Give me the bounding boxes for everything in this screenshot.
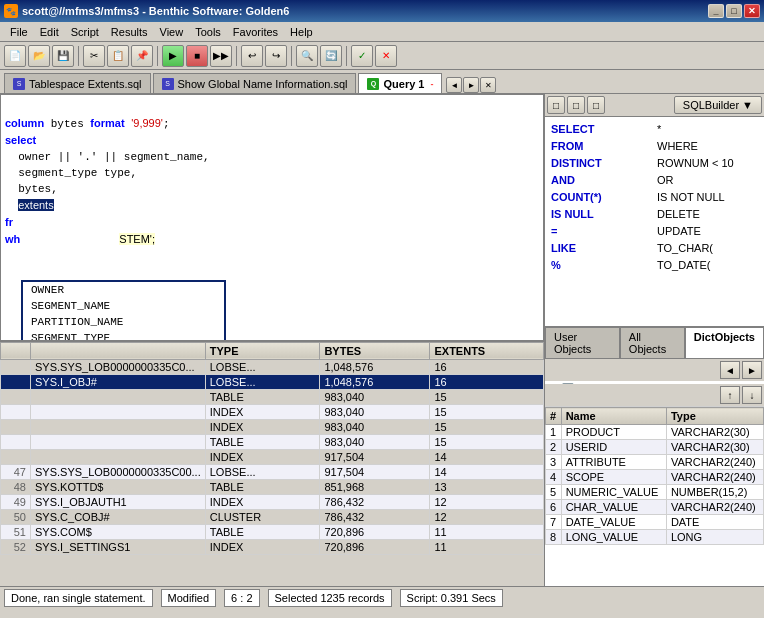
col-bytes[interactable]: BYTES <box>320 342 430 359</box>
row-47-name: SYS.SYS_LOB0000000335C00... <box>31 464 206 479</box>
toolbar-sep-2 <box>157 46 158 66</box>
minimize-button[interactable]: _ <box>708 4 724 18</box>
autocomplete-item-segment-type[interactable]: SEGMENT_TYPE <box>23 330 224 341</box>
table-row: INDEX 983,040 15 <box>1 419 544 434</box>
stop-btn[interactable]: ■ <box>186 45 208 67</box>
status-script-time: Script: 0.391 Secs <box>400 589 503 607</box>
menu-favorites[interactable]: Favorites <box>227 24 284 40</box>
tab-user-objects[interactable]: User Objects <box>545 327 620 358</box>
toolbar-sep-3 <box>236 46 237 66</box>
redo-btn[interactable]: ↪ <box>265 45 287 67</box>
data-grid[interactable]: TYPE BYTES EXTENTS SYS.SYS_LOB0000000335… <box>0 341 544 587</box>
menu-tools[interactable]: Tools <box>189 24 227 40</box>
sq-count-kw[interactable]: COUNT(*) <box>549 189 654 205</box>
sq-isnull-kw[interactable]: IS NULL <box>549 206 654 222</box>
right-panel-btn-3[interactable]: □ <box>587 96 605 114</box>
right-panel-btn-2[interactable]: □ <box>567 96 585 114</box>
tree-nav-up[interactable]: ↑ <box>720 386 740 404</box>
tree-nav-down[interactable]: ↓ <box>742 386 762 404</box>
sq-like-kw[interactable]: LIKE <box>549 240 654 256</box>
rollback-btn[interactable]: ✕ <box>375 45 397 67</box>
sq-select-val[interactable]: * <box>655 121 760 137</box>
tab-icon-sql-1: S <box>13 78 25 90</box>
autocomplete-item-partition-name[interactable]: PARTITION_NAME <box>23 314 224 330</box>
menu-edit[interactable]: Edit <box>34 24 65 40</box>
autocomplete-item-segment-name[interactable]: SEGMENT_NAME <box>23 298 224 314</box>
menu-view[interactable]: View <box>154 24 190 40</box>
sq-delete-val[interactable]: DELETE <box>655 206 760 222</box>
sq-from-kw[interactable]: FROM <box>549 138 654 154</box>
run-all-btn[interactable]: ▶▶ <box>210 45 232 67</box>
tab-globalname[interactable]: S Show Global Name Information.sql <box>153 73 357 93</box>
sq-eq-kw[interactable]: = <box>549 223 654 239</box>
sq-rownum-val[interactable]: ROWNUM < 10 <box>655 155 760 171</box>
run-btn[interactable]: ▶ <box>162 45 184 67</box>
sqlbuilder-button[interactable]: SQLBuilder ▼ <box>674 96 762 114</box>
tab-label-3: Query 1 <box>383 78 424 90</box>
sq-or-val[interactable]: OR <box>655 172 760 188</box>
sq-percent-kw[interactable]: % <box>549 257 654 273</box>
title-bar: 🐾 scott@//mfms3/mfms3 - Benthic Software… <box>0 0 764 22</box>
undo-btn[interactable]: ↩ <box>241 45 263 67</box>
col-extents[interactable]: EXTENTS <box>430 342 544 359</box>
table-row: 49 SYS.I_OBJAUTH1 INDEX 786,432 12 <box>1 494 544 509</box>
prop-row-2: 2 USERID VARCHAR2(30) <box>546 440 764 455</box>
sq-where-val[interactable]: WHERE <box>655 138 760 154</box>
sql-editor[interactable]: column bytes format '9,999'; select owne… <box>1 95 543 252</box>
tree-scroll-right[interactable]: ► <box>742 361 762 379</box>
tab-query1[interactable]: Q Query 1 - <box>358 73 442 93</box>
copy-btn[interactable]: 📋 <box>107 45 129 67</box>
prop-row-4: 4 SCOPE VARCHAR2(240) <box>546 470 764 485</box>
sq-and-kw[interactable]: AND <box>549 172 654 188</box>
grid-table: TYPE BYTES EXTENTS SYS.SYS_LOB0000000335… <box>0 342 544 555</box>
replace-btn[interactable]: 🔄 <box>320 45 342 67</box>
tab-nav-prev[interactable]: ◄ <box>446 77 462 93</box>
col-name[interactable] <box>31 342 206 359</box>
menu-results[interactable]: Results <box>105 24 154 40</box>
autocomplete-dropdown[interactable]: OWNER SEGMENT_NAME PARTITION_NAME SEGMEN… <box>21 280 226 341</box>
sqlbuilder-header: □ □ □ SQLBuilder ▼ <box>545 94 764 117</box>
close-button[interactable]: ✕ <box>744 4 760 18</box>
sqlbuilder-grid: SELECT * FROM WHERE DISTINCT ROWNUM < 10… <box>545 117 764 277</box>
sq-todate-val[interactable]: TO_DATE( <box>655 257 760 273</box>
tab-nav-next[interactable]: ► <box>463 77 479 93</box>
tab-icon-query: Q <box>367 78 379 90</box>
sq-update-val[interactable]: UPDATE <box>655 223 760 239</box>
commit-btn[interactable]: ✓ <box>351 45 373 67</box>
right-panel-btn-1[interactable]: □ <box>547 96 565 114</box>
restore-button[interactable]: □ <box>726 4 742 18</box>
sq-tochar-val[interactable]: TO_CHAR( <box>655 240 760 256</box>
tab-close[interactable]: ✕ <box>480 77 496 93</box>
sql-editor-panel[interactable]: column bytes format '9,999'; select owne… <box>0 94 544 341</box>
prop-col-num: # <box>546 408 562 425</box>
sq-distinct-kw[interactable]: DISTINCT <box>549 155 654 171</box>
open-btn[interactable]: 📂 <box>28 45 50 67</box>
autocomplete-item-owner[interactable]: OWNER <box>23 282 224 298</box>
sq-select-kw[interactable]: SELECT <box>549 121 654 137</box>
toolbar-sep-5 <box>346 46 347 66</box>
find-btn[interactable]: 🔍 <box>296 45 318 67</box>
tab-dict-objects[interactable]: DictObjects <box>685 327 764 358</box>
autocomplete-list: OWNER SEGMENT_NAME PARTITION_NAME SEGMEN… <box>23 282 224 341</box>
tree-scroll-left[interactable]: ◄ <box>720 361 740 379</box>
obj-browser-tabs: User Objects All Objects DictObjects <box>545 327 764 359</box>
tab-tablespace[interactable]: S Tablespace Extents.sql <box>4 73 151 93</box>
col-type[interactable]: TYPE <box>205 342 320 359</box>
prop-col-name: Name <box>561 408 666 425</box>
table-row-selected: SYS.I_OBJ# LOBSE... 1,048,576 16 <box>1 374 544 389</box>
prop-table: # Name Type 1 PRODUCT VARCHAR2(30) 2 USE… <box>545 407 764 545</box>
sq-notnull-val[interactable]: IS NOT NULL <box>655 189 760 205</box>
table-row: 50 SYS.C_COBJ# CLUSTER 786,432 12 <box>1 509 544 524</box>
menu-file[interactable]: File <box>4 24 34 40</box>
table-row: 47 SYS.SYS_LOB0000000335C00... LOBSE... … <box>1 464 544 479</box>
status-position: 6 : 2 <box>224 589 259 607</box>
save-btn[interactable]: 💾 <box>52 45 74 67</box>
col-rownum <box>1 342 31 359</box>
menu-help[interactable]: Help <box>284 24 319 40</box>
cut-btn[interactable]: ✂ <box>83 45 105 67</box>
table-row: INDEX 983,040 15 <box>1 404 544 419</box>
tab-all-objects[interactable]: All Objects <box>620 327 685 358</box>
menu-script[interactable]: Script <box>65 24 105 40</box>
paste-btn[interactable]: 📌 <box>131 45 153 67</box>
new-btn[interactable]: 📄 <box>4 45 26 67</box>
